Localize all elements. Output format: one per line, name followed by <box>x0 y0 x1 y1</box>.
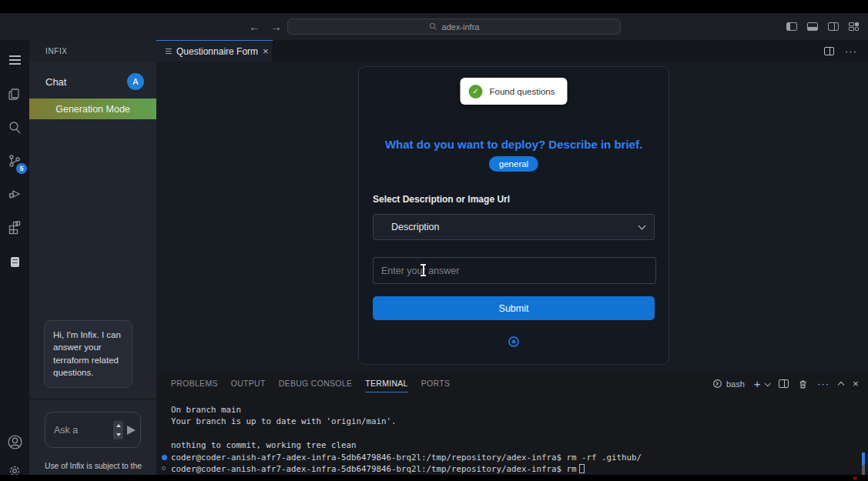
assistant-message-bubble: Hi, I'm Infix. I can answer your terrafo… <box>44 320 132 388</box>
top-letterbox <box>0 0 868 13</box>
terminal-scrollbar-thumb-secondary[interactable] <box>862 465 865 476</box>
tab-ports[interactable]: PORTS <box>421 379 450 392</box>
nav-forward-icon[interactable]: → <box>270 20 282 33</box>
activity-bar: 5 <box>0 40 29 475</box>
bottom-panel: PROBLEMS OUTPUT DEBUG CONSOLE TERMINAL P… <box>156 373 868 481</box>
command-center-search[interactable]: adex-infra <box>287 18 621 35</box>
search-icon <box>429 22 437 31</box>
scm-badge: 5 <box>16 163 27 174</box>
maximize-panel-icon[interactable] <box>838 382 844 388</box>
stepper-control[interactable] <box>113 421 123 439</box>
terminal-line: nothing to commit, working tree clean <box>171 439 853 451</box>
tab-questionnaire-form[interactable]: Questionnaire Form × <box>156 40 273 62</box>
toggle-secondary-sidebar-icon[interactable] <box>828 22 839 31</box>
command-success-marker <box>162 455 167 460</box>
tab-title: Questionnaire Form <box>176 46 258 57</box>
form-tab-icon <box>166 48 172 55</box>
select-value: Description <box>391 222 639 232</box>
terms-note: Use of Infix is subject to the <box>45 462 145 470</box>
command-pending-marker <box>162 466 166 470</box>
account-icon[interactable] <box>0 427 29 456</box>
success-check-icon: ✓ <box>468 85 482 99</box>
customize-layout-icon[interactable] <box>849 22 860 32</box>
bottom-letterbox: u <box>0 475 868 481</box>
chevron-down-icon <box>638 222 646 229</box>
ask-input[interactable] <box>54 425 113 436</box>
description-select[interactable]: Description <box>373 214 655 240</box>
tab-problems[interactable]: PROBLEMS <box>171 379 218 392</box>
generation-mode-button[interactable]: Generation Mode <box>29 99 156 119</box>
tab-close-icon[interactable]: × <box>263 46 269 56</box>
avatar[interactable]: A <box>127 73 144 90</box>
workspace-name: adex-infra <box>442 22 480 32</box>
split-terminal-icon[interactable] <box>779 379 789 388</box>
toast-text: Found questions <box>489 87 555 96</box>
question-heading: What do you want to deploy? Describe in … <box>359 138 669 151</box>
terminal-prompt-line: coder@coder-anish-afr7-adex-infra-5db647… <box>171 463 853 475</box>
questionnaire-card: ✓ Found questions What do you want to de… <box>358 66 669 365</box>
terminal-prompt-line: coder@coder-anish-afr7-adex-infra-5db647… <box>171 452 853 463</box>
editor-tab-bar: Questionnaire Form × ··· <box>156 40 868 62</box>
toggle-panel-icon[interactable] <box>807 22 818 31</box>
answer-input[interactable] <box>373 257 656 284</box>
questionnaire-webview: ✓ Found questions What do you want to de… <box>156 62 868 373</box>
menu-icon[interactable] <box>0 45 29 75</box>
chat-label: Chat <box>45 76 127 88</box>
terminal-cursor <box>579 464 585 473</box>
status-red-mark: u <box>853 475 856 481</box>
terminal-dropdown-icon[interactable] <box>764 380 770 386</box>
terminal-line: Your branch is up to date with 'origin/m… <box>171 416 853 427</box>
split-editor-icon[interactable] <box>824 47 834 55</box>
nav-back-icon[interactable]: ← <box>249 20 260 33</box>
prompt-text: coder@coder-anish-afr7-adex-infra-5db647… <box>171 464 561 474</box>
submit-button[interactable]: Submit <box>373 296 655 320</box>
terminal-line <box>171 428 853 439</box>
tab-terminal[interactable]: TERMINAL <box>365 379 408 392</box>
toggle-sidebar-icon[interactable] <box>786 22 797 31</box>
new-terminal-icon[interactable]: + <box>754 378 761 389</box>
found-questions-toast: ✓ Found questions <box>460 78 567 105</box>
infix-extension-icon[interactable] <box>0 247 29 276</box>
close-panel-icon[interactable]: × <box>853 379 859 389</box>
shell-selector[interactable]: bash <box>712 379 745 389</box>
kill-terminal-icon[interactable] <box>798 379 808 389</box>
ask-input-box <box>45 412 141 448</box>
editor-area: Questionnaire Form × ··· ✓ Found questio… <box>156 40 868 481</box>
tab-debug-console[interactable]: DEBUG CONSOLE <box>279 379 353 392</box>
terminal-scrollbar-thumb[interactable] <box>862 453 865 465</box>
terminal-output[interactable]: On branch main Your branch is up to date… <box>171 404 853 475</box>
question-category-badge: general <box>489 156 538 172</box>
tab-output[interactable]: OUTPUT <box>231 379 266 392</box>
shell-label: bash <box>726 379 745 389</box>
select-field-label: Select Description or Image Url <box>373 194 510 205</box>
command-text: rm -rf .github/ <box>561 453 642 463</box>
sidebar-title: INFIX <box>29 40 156 62</box>
command-text: rm <box>561 464 577 474</box>
prompt-text: coder@coder-anish-afr7-adex-infra-5db647… <box>171 453 561 463</box>
title-bar: ← → adex-infra <box>0 13 868 40</box>
search-sidebar-icon[interactable] <box>0 113 29 142</box>
terminal-line: On branch main <box>171 404 853 416</box>
chat-header-row: Chat A <box>29 71 156 92</box>
sidebar-divider <box>29 399 156 399</box>
infix-sidebar: INFIX Chat A Generation Mode Hi, I'm Inf… <box>29 40 156 475</box>
explorer-icon[interactable] <box>0 80 29 109</box>
target-spinner-icon <box>508 336 519 347</box>
source-control-icon[interactable]: 5 <box>0 146 29 175</box>
app-window: ← → adex-infra 5 <box>0 0 868 481</box>
panel-more-actions-icon[interactable]: ··· <box>817 378 829 389</box>
editor-more-actions-icon[interactable]: ··· <box>845 45 857 57</box>
run-debug-icon[interactable] <box>0 179 29 209</box>
extensions-icon[interactable] <box>0 212 29 242</box>
send-icon[interactable] <box>127 426 136 435</box>
bash-icon <box>712 379 722 389</box>
